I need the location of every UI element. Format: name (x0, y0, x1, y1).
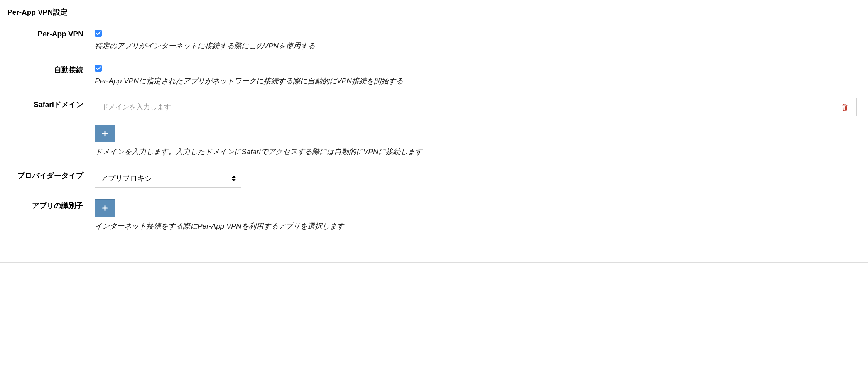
safari-domain-help: ドメインを入力します。入力したドメインにSafariでアクセスする際には自動的に… (95, 146, 857, 158)
delete-domain-button[interactable] (833, 98, 857, 116)
check-icon (96, 31, 101, 36)
field-per-app-vpn: 特定のアプリがインターネットに接続する際にこのVPNを使用する (95, 28, 857, 52)
field-app-identifier: インターネット接続をする際にPer-App VPNを利用するアプリを選択します (95, 199, 857, 232)
plus-icon (101, 205, 108, 212)
label-per-app-vpn: Per-App VPN (0, 28, 95, 38)
plus-icon (101, 130, 108, 137)
form: Per-App VPN 特定のアプリがインターネットに接続する際にこのVPNを使… (0, 17, 868, 232)
label-auto-connect: 自動接続 (0, 63, 95, 75)
label-provider-type: プロバイダータイプ (0, 169, 95, 181)
check-icon (96, 66, 101, 71)
add-domain-button[interactable] (95, 125, 115, 142)
per-app-vpn-help: 特定のアプリがインターネットに接続する際にこのVPNを使用する (95, 41, 857, 52)
field-safari-domain: ドメインを入力します。入力したドメインにSafariでアクセスする際には自動的に… (95, 98, 857, 158)
label-app-identifier: アプリの識別子 (0, 199, 95, 211)
app-identifier-help: インターネット接続をする際にPer-App VPNを利用するアプリを選択します (95, 221, 857, 232)
auto-connect-checkbox[interactable] (95, 65, 102, 72)
row-provider-type: プロバイダータイプ アプリプロキシ (0, 169, 857, 188)
settings-panel: Per-App VPN設定 Per-App VPN 特定のアプリがインターネット… (0, 0, 868, 263)
auto-connect-help: Per-App VPNに指定されたアプリがネットワークに接続する際に自動的にVP… (95, 76, 857, 87)
row-app-identifier: アプリの識別子 インターネット接続をする際にPer-App VPNを利用するアプ… (0, 199, 857, 232)
select-arrows-icon (231, 175, 236, 182)
field-auto-connect: Per-App VPNに指定されたアプリがネットワークに接続する際に自動的にVP… (95, 63, 857, 87)
label-safari-domain: Safariドメイン (0, 98, 95, 110)
per-app-vpn-checkbox[interactable] (95, 30, 102, 37)
trash-icon (841, 103, 848, 111)
safari-domain-input[interactable] (95, 98, 828, 116)
add-app-identifier-button[interactable] (95, 199, 115, 217)
row-auto-connect: 自動接続 Per-App VPNに指定されたアプリがネットワークに接続する際に自… (0, 63, 857, 87)
section-title: Per-App VPN設定 (0, 0, 868, 17)
row-per-app-vpn: Per-App VPN 特定のアプリがインターネットに接続する際にこのVPNを使… (0, 28, 857, 52)
safari-domain-input-row (95, 98, 857, 116)
provider-type-selected: アプリプロキシ (101, 174, 152, 182)
provider-type-select[interactable]: アプリプロキシ (95, 169, 241, 188)
row-safari-domain: Safariドメイン ドメインを入力します。入力したドメインにSafariでアク (0, 98, 857, 158)
field-provider-type: アプリプロキシ (95, 169, 857, 188)
